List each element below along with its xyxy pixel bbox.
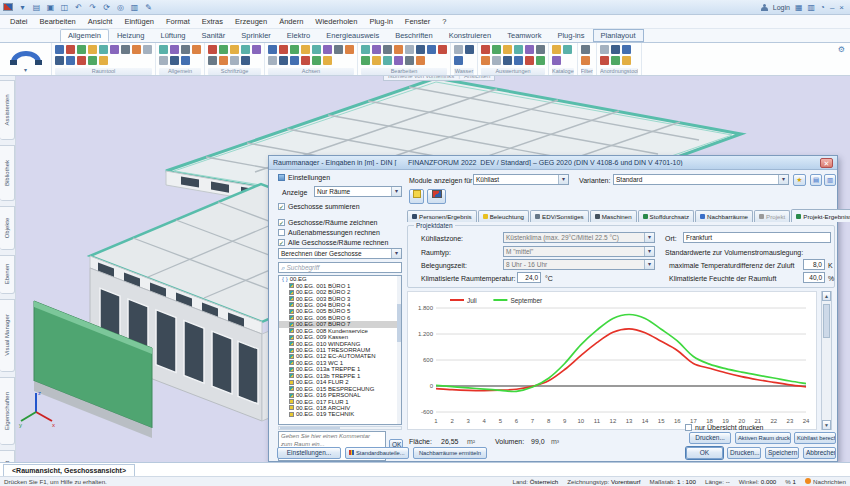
ribbon-icon[interactable] <box>611 56 620 65</box>
dialog-tab-projekt[interactable]: Projekt <box>754 210 790 222</box>
neighbors-button[interactable]: Nachbarräume ermitteln <box>413 447 487 459</box>
ribbon-icon[interactable] <box>99 45 108 54</box>
ribbon-icon[interactable] <box>454 56 463 65</box>
open-file-icon[interactable]: ▤ <box>31 2 42 13</box>
ribbon-icon[interactable] <box>290 45 299 54</box>
checkbox-row[interactable]: ✓Alle Geschosse/Räume rechnen <box>278 238 388 247</box>
search-input[interactable]: ⌕ Suchbegriff <box>278 262 402 273</box>
calc-button[interactable]: Kühllast berechnen <box>794 432 836 444</box>
close-icon[interactable]: × <box>839 3 844 12</box>
ribbon-icon[interactable] <box>132 45 141 54</box>
ribbon-icon[interactable] <box>252 45 261 54</box>
results-scrollbar[interactable]: ▲ ▼ <box>821 291 832 430</box>
ribbon-icon[interactable] <box>77 45 86 54</box>
belegungszeit-select[interactable]: 8 Uhr - 16 Uhr <box>503 259 655 270</box>
cart-icon[interactable]: ▥ <box>807 3 815 12</box>
ribbon-icon[interactable] <box>99 56 108 65</box>
print-button[interactable]: Drucken... <box>689 432 731 444</box>
ribbon-tab-planlayout[interactable]: Planlayout <box>593 29 644 42</box>
report-button[interactable] <box>409 189 424 204</box>
ribbon-icon[interactable] <box>181 45 190 54</box>
ribbon-tab-sanitär[interactable]: Sanitär <box>194 29 234 42</box>
ok-button[interactable]: OK <box>686 447 723 459</box>
checkbox[interactable]: ✓ <box>278 219 285 226</box>
print-overview-checkbox[interactable] <box>685 424 692 431</box>
ribbon-icon[interactable] <box>88 45 97 54</box>
ribbon-icon[interactable] <box>279 45 288 54</box>
print-icon[interactable]: ▥ <box>129 2 140 13</box>
ribbon-icon[interactable] <box>372 56 381 65</box>
view-orientation-overlay[interactable]: Isometrie von vorne/links | Ansichten <box>383 76 495 81</box>
sidebar-tab-ebenen[interactable]: Ebenen <box>0 255 15 294</box>
ribbon-icon[interactable] <box>536 45 545 54</box>
close-icon[interactable]: ✕ <box>820 158 833 168</box>
ribbon-icon[interactable] <box>241 56 250 65</box>
dialog-tab-edv-sonstiges[interactable]: EDV/Sonstiges <box>530 210 589 222</box>
sync-icon[interactable]: ⟳ <box>101 2 112 13</box>
ribbon-icon[interactable] <box>552 45 561 54</box>
ribbon-icon[interactable] <box>383 56 392 65</box>
ribbon-icon[interactable] <box>121 45 130 54</box>
menu-?[interactable]: ? <box>436 17 452 26</box>
ribbon-icon[interactable] <box>208 45 217 54</box>
ribbon-icon[interactable] <box>427 45 436 54</box>
ribbon-icon[interactable] <box>454 45 463 54</box>
ribbon-icon[interactable] <box>159 45 168 54</box>
ribbon-icon[interactable] <box>416 56 425 65</box>
sidebar-tab-bibliothek[interactable]: Bibliothek <box>0 145 15 201</box>
ribbon-icon[interactable] <box>525 56 534 65</box>
redo-icon[interactable]: ↷ <box>87 2 98 13</box>
ribbon-icon[interactable] <box>438 45 447 54</box>
print-overview-row[interactable]: nur Übersicht drucken <box>685 423 763 432</box>
ribbon-icon[interactable] <box>170 45 179 54</box>
ribbon-icon[interactable] <box>361 45 370 54</box>
ribbon-icon[interactable] <box>219 56 228 65</box>
app-menu-icon[interactable]: ▾ <box>17 2 28 13</box>
ribbon-icon[interactable] <box>279 56 288 65</box>
apps-icon[interactable]: ▦ <box>795 3 803 12</box>
module-select[interactable]: Kühllast <box>473 174 569 185</box>
ribbon-icon[interactable] <box>622 56 631 65</box>
tree-scrollbar[interactable] <box>397 276 401 424</box>
ribbon-tab-heizung[interactable]: Heizung <box>109 29 153 42</box>
dialog-tab-maschinen[interactable]: Maschinen <box>590 210 637 222</box>
tempdiff-input[interactable]: 8,0 <box>803 259 825 270</box>
ribbon-icon[interactable] <box>301 45 310 54</box>
ribbon-icon[interactable] <box>361 56 370 65</box>
ribbon-icon[interactable] <box>622 45 631 54</box>
sidebar-tab-objekte[interactable]: Objekte <box>0 206 15 249</box>
ribbon-icon[interactable] <box>492 56 501 65</box>
room-tree[interactable]: { }00.EG00.EG. 001 BÜRO 100.EG. 002 BÜRO… <box>278 275 402 425</box>
ribbon-icon[interactable] <box>170 56 179 65</box>
app-icon[interactable] <box>3 3 13 11</box>
menu-plug-in[interactable]: Plug-in <box>363 17 398 26</box>
login-button[interactable]: Login <box>773 4 790 11</box>
raumtemp-input[interactable]: 24,0 <box>517 272 541 283</box>
ribbon-icon[interactable] <box>525 45 534 54</box>
print-room-button[interactable]: Aktiven Raum drucken <box>735 432 791 444</box>
ribbon-icon[interactable] <box>581 45 590 54</box>
ribbon-tab-teamwork[interactable]: Teamwork <box>499 29 549 42</box>
ribbon-icon[interactable] <box>268 45 277 54</box>
ribbon-icon[interactable] <box>600 56 609 65</box>
ribbon-icon[interactable] <box>312 56 321 65</box>
tree-hscrollbar[interactable] <box>278 426 402 430</box>
copy-variant-icon[interactable]: ▥ <box>824 174 836 186</box>
ribbon-tab-elektro[interactable]: Elektro <box>279 29 318 42</box>
menu-datei[interactable]: Datei <box>4 17 34 26</box>
ribbon-icon[interactable] <box>394 56 403 65</box>
dialog-tab-nachbarräume[interactable]: Nachbarräume <box>695 210 753 222</box>
ribbon-icon[interactable] <box>536 56 545 65</box>
minimize-icon[interactable]: – <box>830 3 834 12</box>
raumtyp-select[interactable]: M "mittel" <box>503 246 655 257</box>
ribbon-icon[interactable] <box>581 56 590 65</box>
ribbon-icon[interactable] <box>372 45 381 54</box>
ribbon-tab-konstruieren[interactable]: Konstruieren <box>441 29 500 42</box>
ribbon-icon[interactable] <box>323 45 332 54</box>
ribbon-tab-allgemein[interactable]: Allgemein <box>60 29 109 42</box>
dialog-titlebar[interactable]: Raummanager - Eingaben in [m] - DIN [___… <box>269 156 837 170</box>
raumtool-big-button[interactable]: ▾ <box>0 43 52 75</box>
dialog-tab-beleuchtung[interactable]: Beleuchtung <box>478 210 529 222</box>
gear-icon[interactable]: ⚙ <box>833 43 850 56</box>
edit-values-button[interactable] <box>427 189 446 204</box>
